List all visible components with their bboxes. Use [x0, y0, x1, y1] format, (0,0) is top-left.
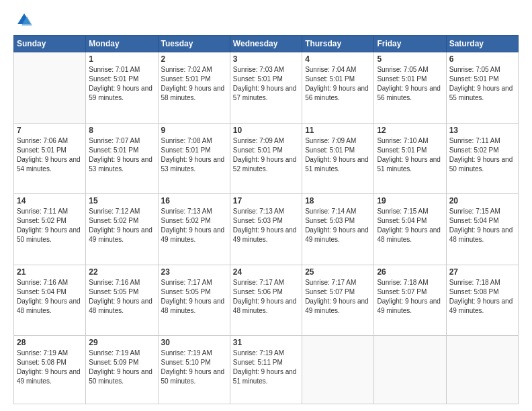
- calendar-cell: 30Sunrise: 7:19 AM Sunset: 5:10 PM Dayli…: [158, 336, 230, 404]
- day-number: 25: [305, 267, 371, 277]
- calendar-cell: 31Sunrise: 7:19 AM Sunset: 5:11 PM Dayli…: [230, 336, 302, 404]
- day-info: Sunrise: 7:15 AM Sunset: 5:04 PM Dayligh…: [377, 207, 443, 244]
- day-number: 15: [89, 196, 154, 205]
- calendar-cell: 22Sunrise: 7:16 AM Sunset: 5:05 PM Dayli…: [86, 265, 158, 336]
- calendar-cell: 1Sunrise: 7:01 AM Sunset: 5:01 PM Daylig…: [86, 52, 158, 124]
- calendar-weekday-thursday: Thursday: [302, 36, 374, 52]
- calendar-header-row: SundayMondayTuesdayWednesdayThursdayFrid…: [14, 36, 519, 52]
- calendar-week-row: 14Sunrise: 7:11 AM Sunset: 5:02 PM Dayli…: [14, 194, 519, 265]
- day-number: 12: [377, 126, 443, 135]
- calendar-cell: 6Sunrise: 7:05 AM Sunset: 5:01 PM Daylig…: [446, 52, 518, 124]
- calendar-cell: 13Sunrise: 7:11 AM Sunset: 5:02 PM Dayli…: [446, 123, 518, 194]
- calendar-cell: 28Sunrise: 7:19 AM Sunset: 5:08 PM Dayli…: [14, 336, 86, 404]
- day-info: Sunrise: 7:18 AM Sunset: 5:08 PM Dayligh…: [449, 278, 515, 316]
- day-number: 9: [161, 126, 227, 135]
- calendar-cell: 7Sunrise: 7:06 AM Sunset: 5:01 PM Daylig…: [14, 123, 86, 194]
- calendar-weekday-sunday: Sunday: [14, 36, 86, 52]
- day-number: 14: [17, 196, 83, 205]
- day-info: Sunrise: 7:06 AM Sunset: 5:01 PM Dayligh…: [17, 136, 83, 174]
- day-number: 11: [305, 126, 371, 135]
- day-number: 13: [449, 126, 515, 135]
- day-info: Sunrise: 7:11 AM Sunset: 5:02 PM Dayligh…: [17, 207, 83, 244]
- calendar-cell: 18Sunrise: 7:14 AM Sunset: 5:03 PM Dayli…: [302, 194, 374, 265]
- calendar-week-row: 28Sunrise: 7:19 AM Sunset: 5:08 PM Dayli…: [14, 336, 519, 404]
- day-number: 4: [305, 54, 371, 64]
- day-info: Sunrise: 7:17 AM Sunset: 5:05 PM Dayligh…: [161, 278, 227, 316]
- day-info: Sunrise: 7:17 AM Sunset: 5:07 PM Dayligh…: [305, 278, 371, 316]
- day-number: 22: [89, 267, 154, 277]
- day-number: 17: [233, 196, 299, 205]
- calendar-week-row: 7Sunrise: 7:06 AM Sunset: 5:01 PM Daylig…: [14, 123, 519, 194]
- day-info: Sunrise: 7:05 AM Sunset: 5:01 PM Dayligh…: [377, 65, 443, 103]
- calendar-cell: 8Sunrise: 7:07 AM Sunset: 5:01 PM Daylig…: [86, 123, 158, 194]
- calendar-week-row: 21Sunrise: 7:16 AM Sunset: 5:04 PM Dayli…: [14, 265, 519, 336]
- calendar-cell: 20Sunrise: 7:15 AM Sunset: 5:04 PM Dayli…: [446, 194, 518, 265]
- day-info: Sunrise: 7:19 AM Sunset: 5:11 PM Dayligh…: [233, 349, 299, 386]
- day-number: 8: [89, 126, 154, 135]
- day-info: Sunrise: 7:07 AM Sunset: 5:01 PM Dayligh…: [89, 136, 154, 174]
- calendar-cell: 16Sunrise: 7:13 AM Sunset: 5:02 PM Dayli…: [158, 194, 230, 265]
- day-info: Sunrise: 7:02 AM Sunset: 5:01 PM Dayligh…: [161, 65, 227, 103]
- day-number: 5: [377, 54, 443, 64]
- calendar-cell: 12Sunrise: 7:10 AM Sunset: 5:01 PM Dayli…: [374, 123, 446, 194]
- day-number: 20: [449, 196, 515, 205]
- day-info: Sunrise: 7:08 AM Sunset: 5:01 PM Dayligh…: [161, 136, 227, 174]
- day-info: Sunrise: 7:01 AM Sunset: 5:01 PM Dayligh…: [89, 65, 154, 103]
- calendar-cell: 11Sunrise: 7:09 AM Sunset: 5:01 PM Dayli…: [302, 123, 374, 194]
- day-info: Sunrise: 7:16 AM Sunset: 5:05 PM Dayligh…: [89, 278, 154, 316]
- calendar-cell: 25Sunrise: 7:17 AM Sunset: 5:07 PM Dayli…: [302, 265, 374, 336]
- day-info: Sunrise: 7:13 AM Sunset: 5:02 PM Dayligh…: [161, 207, 227, 244]
- day-number: 24: [233, 267, 299, 277]
- calendar-cell: 14Sunrise: 7:11 AM Sunset: 5:02 PM Dayli…: [14, 194, 86, 265]
- day-number: 19: [377, 196, 443, 205]
- calendar-cell: 2Sunrise: 7:02 AM Sunset: 5:01 PM Daylig…: [158, 52, 230, 124]
- day-number: 3: [233, 54, 299, 64]
- day-info: Sunrise: 7:19 AM Sunset: 5:10 PM Dayligh…: [161, 349, 227, 386]
- day-number: 18: [305, 196, 371, 205]
- calendar-cell: 26Sunrise: 7:18 AM Sunset: 5:07 PM Dayli…: [374, 265, 446, 336]
- calendar-cell: 10Sunrise: 7:09 AM Sunset: 5:01 PM Dayli…: [230, 123, 302, 194]
- calendar-cell: [302, 336, 374, 404]
- calendar-cell: 5Sunrise: 7:05 AM Sunset: 5:01 PM Daylig…: [374, 52, 446, 124]
- day-info: Sunrise: 7:11 AM Sunset: 5:02 PM Dayligh…: [449, 136, 515, 174]
- calendar-cell: 24Sunrise: 7:17 AM Sunset: 5:06 PM Dayli…: [230, 265, 302, 336]
- day-info: Sunrise: 7:05 AM Sunset: 5:01 PM Dayligh…: [449, 65, 515, 103]
- day-number: 6: [449, 54, 515, 64]
- calendar-cell: 4Sunrise: 7:04 AM Sunset: 5:01 PM Daylig…: [302, 52, 374, 124]
- calendar-weekday-wednesday: Wednesday: [230, 36, 302, 52]
- day-info: Sunrise: 7:03 AM Sunset: 5:01 PM Dayligh…: [233, 65, 299, 103]
- day-number: 2: [161, 54, 227, 64]
- calendar-weekday-saturday: Saturday: [446, 36, 518, 52]
- day-number: 27: [449, 267, 515, 277]
- day-number: 21: [17, 267, 83, 277]
- day-number: 1: [89, 54, 154, 64]
- day-number: 7: [17, 126, 83, 135]
- calendar-cell: 15Sunrise: 7:12 AM Sunset: 5:02 PM Dayli…: [86, 194, 158, 265]
- calendar-cell: [374, 336, 446, 404]
- day-info: Sunrise: 7:13 AM Sunset: 5:03 PM Dayligh…: [233, 207, 299, 244]
- header: [13, 11, 519, 30]
- day-info: Sunrise: 7:10 AM Sunset: 5:01 PM Dayligh…: [377, 136, 443, 174]
- day-number: 28: [17, 338, 83, 347]
- calendar-weekday-tuesday: Tuesday: [158, 36, 230, 52]
- calendar-cell: 21Sunrise: 7:16 AM Sunset: 5:04 PM Dayli…: [14, 265, 86, 336]
- logo-icon: [13, 11, 32, 30]
- calendar-table: SundayMondayTuesdayWednesdayThursdayFrid…: [13, 35, 519, 404]
- calendar-cell: 29Sunrise: 7:19 AM Sunset: 5:09 PM Dayli…: [86, 336, 158, 404]
- day-info: Sunrise: 7:17 AM Sunset: 5:06 PM Dayligh…: [233, 278, 299, 316]
- day-info: Sunrise: 7:12 AM Sunset: 5:02 PM Dayligh…: [89, 207, 154, 244]
- day-info: Sunrise: 7:15 AM Sunset: 5:04 PM Dayligh…: [449, 207, 515, 244]
- logo: [13, 11, 35, 30]
- day-info: Sunrise: 7:09 AM Sunset: 5:01 PM Dayligh…: [305, 136, 371, 174]
- calendar-weekday-friday: Friday: [374, 36, 446, 52]
- calendar-cell: [446, 336, 518, 404]
- day-info: Sunrise: 7:18 AM Sunset: 5:07 PM Dayligh…: [377, 278, 443, 316]
- day-info: Sunrise: 7:16 AM Sunset: 5:04 PM Dayligh…: [17, 278, 83, 316]
- calendar-cell: 27Sunrise: 7:18 AM Sunset: 5:08 PM Dayli…: [446, 265, 518, 336]
- calendar-cell: 19Sunrise: 7:15 AM Sunset: 5:04 PM Dayli…: [374, 194, 446, 265]
- calendar-cell: 9Sunrise: 7:08 AM Sunset: 5:01 PM Daylig…: [158, 123, 230, 194]
- day-number: 30: [161, 338, 227, 347]
- day-number: 16: [161, 196, 227, 205]
- day-info: Sunrise: 7:04 AM Sunset: 5:01 PM Dayligh…: [305, 65, 371, 103]
- calendar-week-row: 1Sunrise: 7:01 AM Sunset: 5:01 PM Daylig…: [14, 52, 519, 124]
